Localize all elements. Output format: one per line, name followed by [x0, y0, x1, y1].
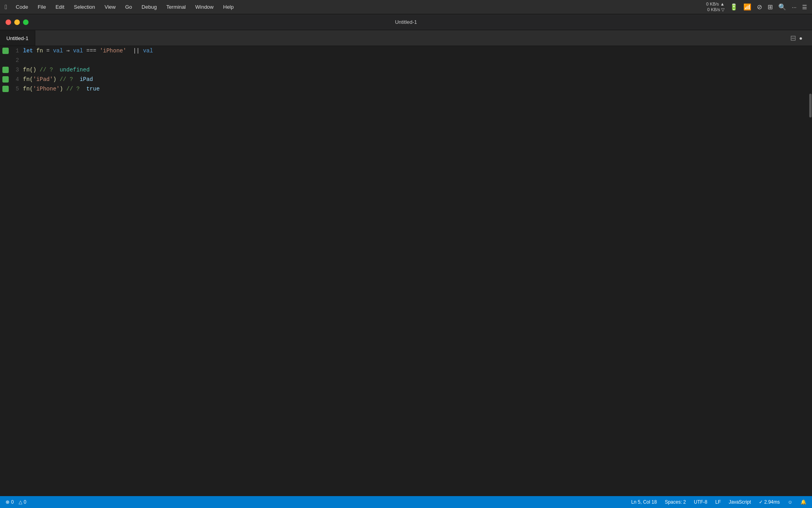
token-val2: val: [73, 46, 83, 56]
error-count[interactable]: ⊗ 0: [6, 499, 14, 505]
token-ipad-param: 'iPad': [33, 75, 53, 84]
token-eq: =: [46, 46, 50, 56]
menubar-item-terminal[interactable]: Terminal: [162, 2, 190, 12]
menubar-item-code[interactable]: Code: [12, 2, 32, 12]
token-fn-call-4a: fn(: [23, 75, 33, 84]
menubar-item-debug[interactable]: Debug: [138, 2, 161, 12]
warning-count-value: 0: [24, 499, 27, 505]
gutter-row-1: 1: [0, 46, 20, 56]
language-mode[interactable]: JavaScript: [729, 499, 751, 505]
network-down: 0 KB/s ▽: [707, 7, 724, 12]
menubar-item-view[interactable]: View: [101, 2, 120, 12]
run-indicator-2: [2, 57, 9, 64]
warning-count[interactable]: △ 0: [19, 499, 27, 505]
bell-icon[interactable]: 🔔: [801, 499, 806, 505]
unsaved-indicator: ●: [799, 35, 802, 41]
warning-icon: △: [19, 499, 22, 505]
control-center-icon: ⊞: [768, 3, 773, 11]
token-val3: val: [143, 46, 153, 56]
error-count-value: 0: [11, 499, 14, 505]
network-up: 0 KB/s ▲: [706, 2, 724, 7]
code-line-1: let fn = val ⇒ val === 'iPhone' || val: [20, 46, 809, 56]
token-fn-call-5b: ): [59, 84, 63, 94]
menubar-item-file[interactable]: File: [34, 2, 50, 12]
battery-icon: 🔋: [730, 3, 738, 11]
line-ending[interactable]: LF: [715, 499, 721, 505]
token-val1: val: [53, 46, 63, 56]
list-icon: ☰: [802, 4, 807, 10]
token-fn-call-3: fn(): [23, 65, 36, 75]
statusbar: ⊗ 0 △ 0 Ln 5, Col 18 Spaces: 2 UTF-8 LF …: [0, 496, 812, 508]
token-result-3: undefined: [59, 65, 90, 75]
tab-label: Untitled-1: [6, 35, 29, 41]
more-icon: ···: [792, 4, 797, 10]
network-info: 0 KB/s ▲ 0 KB/s ▽: [706, 2, 724, 12]
menubar:  Code File Edit Selection View Go Debug…: [0, 0, 812, 14]
menubar-item-help[interactable]: Help: [219, 2, 238, 12]
run-indicator-3[interactable]: [2, 67, 9, 73]
menubar-item-window[interactable]: Window: [192, 2, 218, 12]
token-comment-5: // ?: [66, 84, 80, 94]
menubar-right: 0 KB/s ▲ 0 KB/s ▽ 🔋 📶 ⊘ ⊞ 🔍 ··· ☰: [706, 2, 807, 12]
code-editor[interactable]: let fn = val ⇒ val === 'iPhone' || val f…: [20, 46, 809, 496]
menubar-item-go[interactable]: Go: [121, 2, 136, 12]
editor-area: 1 2 3 4 5 let fn = val ⇒ val === 'iPhone…: [0, 46, 812, 496]
timing: ✓ 2.94ms: [759, 499, 780, 505]
token-fn: fn: [36, 46, 43, 56]
spotlight-icon: 🔍: [778, 3, 786, 11]
scrollbar-thumb[interactable]: [809, 94, 812, 117]
token-comment-4: // ?: [59, 75, 73, 84]
maximize-button[interactable]: [23, 19, 29, 25]
gutter-row-4: 4: [0, 75, 20, 84]
line-gutter: 1 2 3 4 5: [0, 46, 20, 496]
token-result-4: iPad: [80, 75, 93, 84]
tabbar: Untitled-1 ⊟ ●: [0, 30, 812, 46]
menubar-item-selection[interactable]: Selection: [70, 2, 99, 12]
gutter-row-2: 2: [0, 56, 20, 65]
gutter-row-5: 5: [0, 84, 20, 94]
apple-icon: : [5, 4, 7, 11]
token-let: let: [23, 46, 33, 56]
run-indicator-5[interactable]: [2, 86, 9, 92]
scrollbar-track[interactable]: [809, 46, 812, 496]
minimize-button[interactable]: [14, 19, 20, 25]
gutter-row-3: 3: [0, 65, 20, 75]
code-line-3: fn() // ? undefined: [20, 65, 809, 75]
token-stricteq: ===: [86, 46, 96, 56]
code-line-4: fn('iPad') // ? iPad: [20, 75, 809, 84]
window-controls: [6, 19, 29, 25]
cursor-position[interactable]: Ln 5, Col 18: [631, 499, 657, 505]
indentation[interactable]: Spaces: 2: [665, 499, 686, 505]
run-indicator-4[interactable]: [2, 76, 9, 83]
error-icon: ⊗: [6, 499, 10, 505]
wifi-icon: 📶: [743, 3, 751, 11]
close-button[interactable]: [6, 19, 11, 25]
run-indicator-1[interactable]: [2, 48, 9, 54]
code-line-5: fn('iPhone') // ? true: [20, 84, 809, 94]
split-editor-button[interactable]: ⊟: [790, 34, 796, 42]
code-line-2: [20, 56, 809, 65]
statusbar-right: Ln 5, Col 18 Spaces: 2 UTF-8 LF JavaScri…: [631, 499, 806, 505]
menubar-item-edit[interactable]: Edit: [52, 2, 68, 12]
no-disturb-icon: ⊘: [757, 3, 762, 11]
token-iphone-str: 'iPhone': [100, 46, 126, 56]
token-fn-call-5a: fn(: [23, 84, 33, 94]
editor-tab-untitled[interactable]: Untitled-1: [0, 30, 35, 46]
encoding[interactable]: UTF-8: [694, 499, 707, 505]
token-fn-call-4b: ): [53, 75, 56, 84]
token-arrow: ⇒: [66, 46, 69, 56]
token-result-5: true: [86, 84, 100, 94]
titlebar: Untitled-1: [0, 14, 812, 30]
tab-actions: ⊟ ●: [790, 30, 806, 46]
window-title: Untitled-1: [395, 19, 417, 25]
token-comment-3: // ?: [40, 65, 53, 75]
statusbar-left: ⊗ 0 △ 0: [6, 499, 26, 505]
smiley-icon[interactable]: ☺: [788, 499, 793, 505]
token-iphone-param: 'iPhone': [33, 84, 59, 94]
token-or: ||: [133, 46, 140, 56]
